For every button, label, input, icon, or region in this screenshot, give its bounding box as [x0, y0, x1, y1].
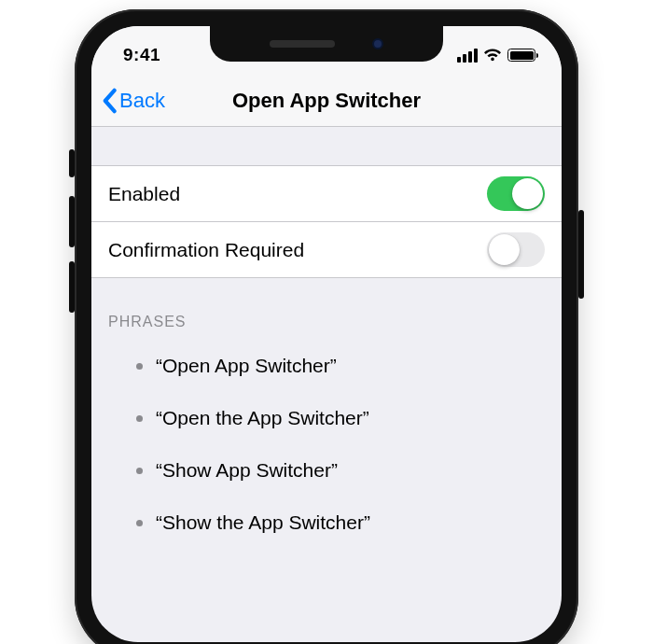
enabled-toggle[interactable] [487, 176, 545, 211]
power-button [578, 210, 584, 299]
bullet-icon [136, 520, 143, 526]
speaker-grille [270, 40, 335, 48]
nav-bar: Back Open App Switcher [91, 75, 562, 127]
confirmation-toggle[interactable] [487, 232, 545, 267]
notch [210, 26, 443, 62]
clock: 9:41 [123, 45, 160, 65]
phrases-header: PHRASES [91, 278, 562, 340]
volume-down-button [69, 261, 75, 313]
phrase-item: “Show App Switcher” [91, 444, 562, 497]
row-label: Enabled [108, 183, 180, 205]
phrase-text: “Show the App Switcher” [156, 511, 370, 534]
screen: 9:41 Back Open App Switcher Enabled Conf… [91, 26, 562, 642]
row-enabled: Enabled [91, 166, 562, 222]
back-label: Back [119, 89, 165, 113]
row-label: Confirmation Required [108, 239, 304, 261]
row-confirmation: Confirmation Required [91, 222, 562, 278]
section-gap [91, 127, 562, 166]
mute-switch [69, 149, 75, 177]
phrases-section: PHRASES “Open App Switcher” “Open the Ap… [91, 278, 562, 567]
front-camera [372, 38, 383, 49]
chevron-left-icon [101, 88, 118, 114]
phrase-text: “Open App Switcher” [156, 355, 337, 377]
phrase-item: “Open the App Switcher” [91, 392, 562, 444]
phrase-item: “Open App Switcher” [91, 340, 562, 392]
back-button[interactable]: Back [101, 88, 165, 114]
bullet-icon [136, 468, 143, 474]
wifi-icon [483, 49, 502, 63]
volume-up-button [69, 196, 75, 247]
bullet-icon [136, 363, 143, 370]
battery-icon [507, 49, 535, 62]
phrase-text: “Show App Switcher” [156, 459, 338, 482]
phone-frame: 9:41 Back Open App Switcher Enabled Conf… [75, 9, 578, 644]
phrase-item: “Show the App Switcher” [91, 497, 562, 549]
phrase-text: “Open the App Switcher” [156, 407, 369, 429]
bullet-icon [136, 415, 143, 422]
settings-group: Enabled Confirmation Required [91, 166, 562, 278]
cellular-signal-icon [457, 49, 478, 63]
